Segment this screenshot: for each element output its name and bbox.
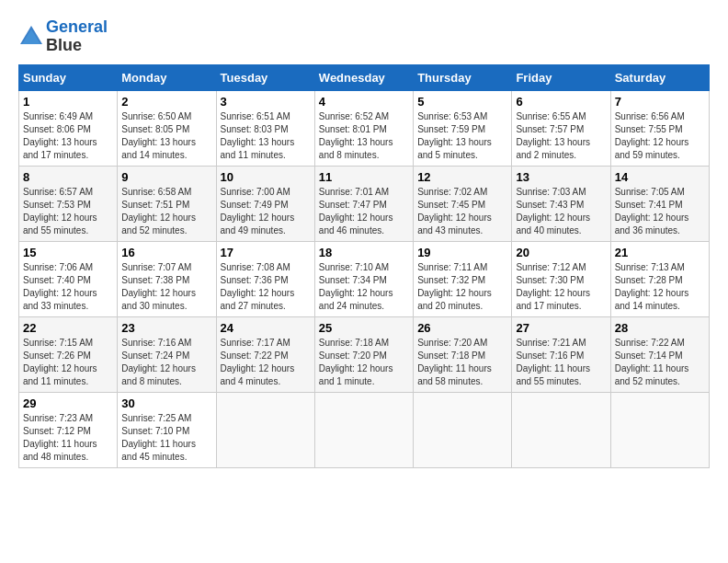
day-number: 25 — [319, 321, 409, 335]
calendar-day: 4Sunrise: 6:52 AM Sunset: 8:01 PM Daylig… — [314, 90, 413, 166]
calendar-day: 27Sunrise: 7:21 AM Sunset: 7:16 PM Dayli… — [512, 316, 610, 392]
weekday-header-row: Sunday Monday Tuesday Wednesday Thursday… — [19, 64, 710, 90]
day-number: 13 — [516, 170, 606, 184]
empty-cell — [610, 392, 709, 467]
day-info: Sunrise: 6:58 AM Sunset: 7:51 PM Dayligh… — [121, 186, 211, 237]
header-wednesday: Wednesday — [314, 64, 413, 90]
day-number: 7 — [615, 95, 705, 109]
day-info: Sunrise: 7:25 AM Sunset: 7:10 PM Dayligh… — [121, 412, 211, 464]
day-info: Sunrise: 6:52 AM Sunset: 8:01 PM Dayligh… — [319, 110, 409, 162]
day-info: Sunrise: 7:02 AM Sunset: 7:45 PM Dayligh… — [417, 186, 507, 237]
day-info: Sunrise: 7:15 AM Sunset: 7:26 PM Dayligh… — [23, 337, 113, 388]
day-number: 5 — [417, 95, 507, 109]
calendar-day: 2Sunrise: 6:50 AM Sunset: 8:05 PM Daylig… — [118, 90, 216, 166]
day-info: Sunrise: 7:11 AM Sunset: 7:32 PM Dayligh… — [417, 261, 507, 313]
empty-cell — [216, 392, 314, 467]
calendar-day: 19Sunrise: 7:11 AM Sunset: 7:32 PM Dayli… — [414, 241, 512, 316]
calendar-day: 9Sunrise: 6:58 AM Sunset: 7:51 PM Daylig… — [118, 166, 216, 241]
calendar-day: 12Sunrise: 7:02 AM Sunset: 7:45 PM Dayli… — [414, 166, 512, 241]
day-info: Sunrise: 7:10 AM Sunset: 7:34 PM Dayligh… — [319, 261, 409, 313]
calendar-day: 29Sunrise: 7:23 AM Sunset: 7:12 PM Dayli… — [19, 392, 118, 467]
day-number: 30 — [121, 396, 211, 410]
header-monday: Monday — [118, 64, 216, 90]
day-info: Sunrise: 6:49 AM Sunset: 8:06 PM Dayligh… — [23, 110, 113, 162]
calendar-day: 25Sunrise: 7:18 AM Sunset: 7:20 PM Dayli… — [314, 316, 413, 392]
calendar-day: 1Sunrise: 6:49 AM Sunset: 8:06 PM Daylig… — [19, 90, 118, 166]
day-number: 24 — [221, 321, 311, 335]
header-friday: Friday — [512, 64, 610, 90]
day-number: 10 — [221, 170, 311, 184]
day-number: 21 — [615, 246, 705, 259]
calendar-day: 11Sunrise: 7:01 AM Sunset: 7:47 PM Dayli… — [314, 166, 413, 241]
day-info: Sunrise: 7:01 AM Sunset: 7:47 PM Dayligh… — [319, 186, 409, 237]
calendar-day: 21Sunrise: 7:13 AM Sunset: 7:28 PM Dayli… — [610, 241, 709, 316]
day-info: Sunrise: 6:53 AM Sunset: 7:59 PM Dayligh… — [417, 110, 507, 162]
calendar-day: 26Sunrise: 7:20 AM Sunset: 7:18 PM Dayli… — [414, 316, 512, 392]
calendar-day: 22Sunrise: 7:15 AM Sunset: 7:26 PM Dayli… — [19, 316, 118, 392]
calendar-day: 30Sunrise: 7:25 AM Sunset: 7:10 PM Dayli… — [118, 392, 216, 467]
header-saturday: Saturday — [610, 64, 709, 90]
day-info: Sunrise: 7:16 AM Sunset: 7:24 PM Dayligh… — [121, 337, 211, 388]
page-header: General Blue — [18, 18, 710, 55]
calendar-week-row: 22Sunrise: 7:15 AM Sunset: 7:26 PM Dayli… — [19, 316, 710, 392]
day-number: 1 — [23, 95, 113, 109]
day-number: 19 — [417, 246, 507, 259]
header-thursday: Thursday — [414, 64, 512, 90]
header-sunday: Sunday — [19, 64, 118, 90]
day-info: Sunrise: 6:57 AM Sunset: 7:53 PM Dayligh… — [23, 186, 113, 237]
day-number: 4 — [319, 95, 409, 109]
day-info: Sunrise: 6:51 AM Sunset: 8:03 PM Dayligh… — [221, 110, 311, 162]
day-info: Sunrise: 6:50 AM Sunset: 8:05 PM Dayligh… — [121, 110, 211, 162]
calendar-table: Sunday Monday Tuesday Wednesday Thursday… — [18, 64, 710, 468]
day-info: Sunrise: 7:07 AM Sunset: 7:38 PM Dayligh… — [121, 261, 211, 313]
day-info: Sunrise: 6:56 AM Sunset: 7:55 PM Dayligh… — [615, 110, 705, 162]
calendar-day: 8Sunrise: 6:57 AM Sunset: 7:53 PM Daylig… — [19, 166, 118, 241]
day-number: 29 — [23, 396, 113, 410]
day-number: 6 — [516, 95, 606, 109]
calendar-day: 28Sunrise: 7:22 AM Sunset: 7:14 PM Dayli… — [610, 316, 709, 392]
day-number: 22 — [23, 321, 113, 335]
day-number: 28 — [615, 321, 705, 335]
calendar-day: 18Sunrise: 7:10 AM Sunset: 7:34 PM Dayli… — [314, 241, 413, 316]
calendar-day: 17Sunrise: 7:08 AM Sunset: 7:36 PM Dayli… — [216, 241, 314, 316]
day-number: 26 — [417, 321, 507, 335]
day-number: 3 — [221, 95, 311, 109]
empty-cell — [314, 392, 413, 467]
day-number: 15 — [23, 246, 113, 259]
day-number: 2 — [121, 95, 211, 109]
day-info: Sunrise: 7:23 AM Sunset: 7:12 PM Dayligh… — [23, 412, 113, 464]
day-number: 14 — [615, 170, 705, 184]
day-info: Sunrise: 6:55 AM Sunset: 7:57 PM Dayligh… — [516, 110, 606, 162]
day-info: Sunrise: 7:21 AM Sunset: 7:16 PM Dayligh… — [516, 337, 606, 388]
day-number: 9 — [121, 170, 211, 184]
calendar-week-row: 8Sunrise: 6:57 AM Sunset: 7:53 PM Daylig… — [19, 166, 710, 241]
calendar-day: 14Sunrise: 7:05 AM Sunset: 7:41 PM Dayli… — [610, 166, 709, 241]
day-info: Sunrise: 7:00 AM Sunset: 7:49 PM Dayligh… — [221, 186, 311, 237]
calendar-day: 6Sunrise: 6:55 AM Sunset: 7:57 PM Daylig… — [512, 90, 610, 166]
empty-cell — [414, 392, 512, 467]
calendar-day: 20Sunrise: 7:12 AM Sunset: 7:30 PM Dayli… — [512, 241, 610, 316]
day-number: 27 — [516, 321, 606, 335]
day-number: 20 — [516, 246, 606, 259]
calendar-day: 24Sunrise: 7:17 AM Sunset: 7:22 PM Dayli… — [216, 316, 314, 392]
calendar-day: 3Sunrise: 6:51 AM Sunset: 8:03 PM Daylig… — [216, 90, 314, 166]
calendar-day: 23Sunrise: 7:16 AM Sunset: 7:24 PM Dayli… — [118, 316, 216, 392]
day-number: 11 — [319, 170, 409, 184]
calendar-day: 16Sunrise: 7:07 AM Sunset: 7:38 PM Dayli… — [118, 241, 216, 316]
day-number: 18 — [319, 246, 409, 259]
header-tuesday: Tuesday — [216, 64, 314, 90]
day-info: Sunrise: 7:08 AM Sunset: 7:36 PM Dayligh… — [221, 261, 311, 313]
day-number: 8 — [23, 170, 113, 184]
calendar-day: 10Sunrise: 7:00 AM Sunset: 7:49 PM Dayli… — [216, 166, 314, 241]
calendar-day: 5Sunrise: 6:53 AM Sunset: 7:59 PM Daylig… — [414, 90, 512, 166]
calendar-day: 13Sunrise: 7:03 AM Sunset: 7:43 PM Dayli… — [512, 166, 610, 241]
day-number: 17 — [221, 246, 311, 259]
calendar-week-row: 1Sunrise: 6:49 AM Sunset: 8:06 PM Daylig… — [19, 90, 710, 166]
calendar-week-row: 15Sunrise: 7:06 AM Sunset: 7:40 PM Dayli… — [19, 241, 710, 316]
calendar-week-row: 29Sunrise: 7:23 AM Sunset: 7:12 PM Dayli… — [19, 392, 710, 467]
day-number: 23 — [121, 321, 211, 335]
day-info: Sunrise: 7:22 AM Sunset: 7:14 PM Dayligh… — [615, 337, 705, 388]
empty-cell — [512, 392, 610, 467]
day-info: Sunrise: 7:06 AM Sunset: 7:40 PM Dayligh… — [23, 261, 113, 313]
day-number: 16 — [121, 246, 211, 259]
